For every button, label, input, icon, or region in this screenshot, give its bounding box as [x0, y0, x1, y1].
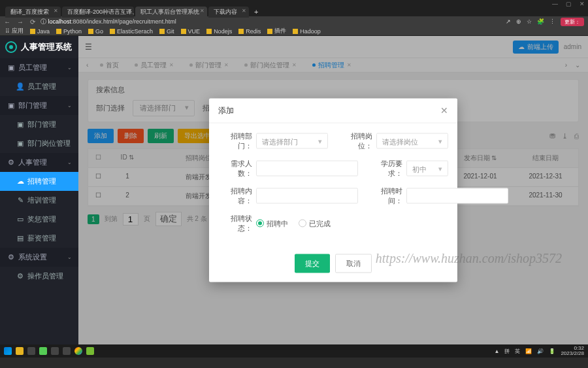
- chevron-down-icon: ⌄: [67, 159, 72, 165]
- bookmark-item[interactable]: Java: [30, 28, 50, 35]
- submit-button[interactable]: 提交: [295, 254, 330, 273]
- modal-close-icon[interactable]: ✕: [440, 105, 448, 116]
- tab-close-icon[interactable]: ✕: [127, 8, 131, 14]
- chevron-down-icon: ⌄: [67, 103, 72, 109]
- bookmark-item[interactable]: Hadoop: [293, 28, 321, 35]
- grid-icon: ▣: [8, 103, 14, 109]
- extension-icon[interactable]: 🧩: [537, 18, 544, 25]
- apps-icon[interactable]: ⠿ 应用: [5, 27, 24, 35]
- clock[interactable]: 0:32 2023/2/28: [561, 346, 584, 356]
- browser-tabstrip: 翻译_百度搜索✕ 百度翻译-200种语言互译、海量✕ 职工人事后台管理系统✕ 下…: [0, 7, 588, 16]
- taskbar-app-icon[interactable]: [27, 347, 35, 355]
- bookmark-item[interactable]: VUE: [181, 28, 201, 35]
- sidebar-item-employee[interactable]: ▣员工管理⌄: [0, 58, 78, 77]
- status-radio-done[interactable]: 已完成: [299, 218, 331, 228]
- bookmark-item[interactable]: Git: [159, 28, 174, 35]
- taskbar-app-icon[interactable]: [51, 347, 59, 355]
- grid-icon: ▣: [17, 141, 24, 147]
- chevron-down-icon: ⌄: [67, 65, 72, 71]
- tab-close-icon[interactable]: ✕: [54, 8, 58, 14]
- app-title: 人事管理系统: [21, 41, 72, 53]
- update-button[interactable]: 更新：: [561, 18, 584, 26]
- gear-icon: ⚙: [8, 159, 14, 166]
- form-job-select[interactable]: 请选择岗位: [376, 133, 448, 149]
- taskbar-app-icon[interactable]: [74, 347, 82, 355]
- reload-icon[interactable]: ⟳: [30, 18, 35, 25]
- logo-icon: [5, 41, 17, 53]
- taskbar-app-icon[interactable]: [39, 347, 47, 355]
- form-status-label: 招聘状态：: [218, 214, 252, 233]
- form-dept-label: 招聘部门：: [218, 131, 252, 151]
- star-icon[interactable]: ☆: [527, 18, 532, 25]
- user-icon: 👤: [17, 84, 24, 90]
- form-edu-select[interactable]: 初中: [406, 161, 448, 176]
- list-icon: ▤: [17, 235, 24, 242]
- taskbar-app-icon[interactable]: [63, 347, 71, 355]
- sidebar-item-operator[interactable]: ⚙操作员管理: [0, 267, 78, 286]
- gear-icon: ⚙: [17, 273, 24, 280]
- form-count-input[interactable]: [256, 161, 358, 176]
- app-logo: 人事管理系统: [0, 36, 78, 58]
- tray-icon[interactable]: 英: [515, 348, 520, 355]
- browser-tab[interactable]: 翻译_百度搜索✕: [5, 7, 61, 18]
- radio-checked-icon: [256, 220, 264, 227]
- sidebar-item-recruitment[interactable]: ☁招聘管理: [0, 172, 78, 191]
- bookmarks-bar: ⠿ 应用 Java Python Go ElasticSerach Git VU…: [0, 27, 588, 36]
- sidebar-item-dept-post[interactable]: ▣部门岗位管理: [0, 134, 78, 153]
- sidebar-item-hr[interactable]: ⚙人事管理⌄: [0, 153, 78, 172]
- window-close-icon[interactable]: ✕: [580, 1, 585, 7]
- browser-tab[interactable]: 下载内容✕: [208, 7, 249, 18]
- tray-icon[interactable]: ▲: [494, 348, 499, 354]
- form-content-label: 招聘内容：: [218, 186, 252, 206]
- status-radio-recruiting[interactable]: 招聘中: [256, 218, 288, 228]
- form-content-input[interactable]: [256, 188, 358, 204]
- cancel-button[interactable]: 取消: [335, 254, 372, 273]
- grid-icon: ▣: [17, 122, 24, 128]
- url-field[interactable]: ⓘ localhost:8080/index.html#/page/recrui…: [41, 18, 500, 26]
- main-content: ☰ ☁前端上传 admin ‹ 首页 员工管理✕ 部门管理✕ 部门岗位管理✕ 招…: [78, 36, 588, 344]
- menu-icon[interactable]: ⋮: [549, 18, 555, 25]
- sidebar-item-dept-mgmt[interactable]: ▣部门管理: [0, 115, 78, 134]
- sidebar-item-system[interactable]: ⚙系统设置⌄: [0, 248, 78, 267]
- bookmark-item[interactable]: Python: [56, 28, 82, 35]
- bookmark-item[interactable]: Nodejs: [206, 28, 232, 35]
- gear-icon: ⚙: [8, 254, 14, 261]
- volume-icon[interactable]: 🔊: [537, 348, 544, 354]
- window-maximize-icon[interactable]: ▢: [566, 1, 572, 7]
- battery-icon[interactable]: 🔋: [549, 348, 555, 354]
- new-tab-button[interactable]: +: [250, 8, 262, 16]
- bookmark-item[interactable]: ElasticSerach: [110, 28, 153, 35]
- form-job-label: 招聘岗位：: [338, 131, 372, 151]
- tab-close-icon[interactable]: ✕: [200, 8, 204, 14]
- modal-title: 添加: [218, 105, 234, 116]
- sidebar-item-employee-mgmt[interactable]: 👤员工管理: [0, 77, 78, 96]
- form-edu-label: 学历要求：: [368, 159, 402, 178]
- form-time-input[interactable]: [406, 188, 508, 204]
- grid-icon: ▣: [8, 65, 14, 71]
- radio-unchecked-icon: [299, 220, 306, 227]
- browser-tab[interactable]: 百度翻译-200种语言互译、海量✕: [62, 7, 134, 18]
- start-icon[interactable]: [4, 347, 12, 355]
- taskbar-app-icon[interactable]: [16, 347, 24, 355]
- browser-tab[interactable]: 职工人事后台管理系统✕: [135, 7, 207, 18]
- sidebar-item-dept[interactable]: ▣部门管理⌄: [0, 96, 78, 115]
- share-icon[interactable]: ↗: [506, 18, 511, 25]
- bookmark-item[interactable]: 插件: [267, 27, 286, 35]
- sidebar-item-training[interactable]: ✎培训管理: [0, 191, 78, 210]
- monitor-icon: ▭: [17, 216, 24, 223]
- wifi-icon[interactable]: 📶: [525, 348, 532, 354]
- back-icon[interactable]: ←: [4, 18, 10, 25]
- bookmark-item[interactable]: Redis: [238, 28, 261, 35]
- add-modal: 添加 ✕ 招聘部门： 请选择部门 招聘岗位： 请选择岗位 需求人数：: [209, 99, 457, 282]
- bookmark-item[interactable]: Go: [88, 28, 103, 35]
- sidebar-item-reward[interactable]: ▭奖惩管理: [0, 210, 78, 229]
- tab-close-icon[interactable]: ✕: [242, 8, 246, 14]
- forward-icon[interactable]: →: [17, 18, 24, 25]
- taskbar-app-icon[interactable]: [86, 347, 94, 355]
- window-minimize-icon[interactable]: —: [552, 1, 558, 7]
- translate-icon[interactable]: ⊕: [516, 18, 521, 25]
- form-count-label: 需求人数：: [218, 159, 252, 178]
- sidebar-item-salary[interactable]: ▤薪资管理: [0, 229, 78, 248]
- form-dept-select[interactable]: 请选择部门: [256, 133, 328, 149]
- tray-icon[interactable]: 拼: [504, 348, 510, 355]
